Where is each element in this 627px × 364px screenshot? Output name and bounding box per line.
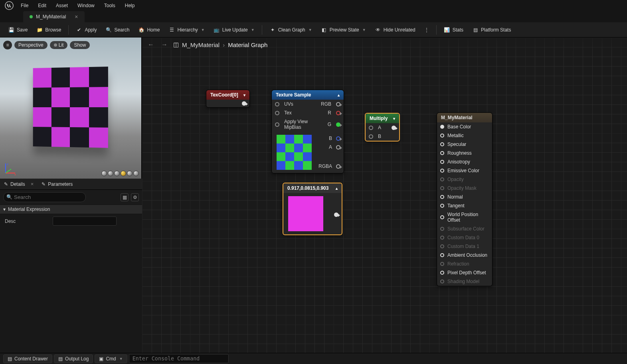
input-pin[interactable] [440,215,444,219]
tab-parameters[interactable]: ✎Parameters [38,179,77,189]
input-pin[interactable] [440,125,444,129]
nav-forward-button[interactable]: → [160,40,169,49]
chevron-down-icon: ▼ [201,28,205,32]
tab-material[interactable]: M_MyMaterial × [23,11,85,22]
result-pin-metallic[interactable]: Metallic [437,131,492,140]
node-texcoord[interactable]: TexCoord[0]▾ [206,90,250,108]
output-pin[interactable] [392,126,396,130]
result-pin-roughness[interactable]: Roughness [437,149,492,157]
input-pin[interactable] [440,169,444,173]
input-pin[interactable] [440,195,444,199]
output-log-button[interactable]: ▤Output Log [54,354,93,363]
cmd-button[interactable]: ▣Cmd▼ [95,354,127,363]
result-pin-shading-model: Shading Model [437,277,492,286]
menu-asset[interactable]: Asset [51,1,73,10]
shape-plane-button[interactable] [114,171,120,176]
settings-button[interactable]: ⚙ [131,193,139,201]
apply-button[interactable]: ✔Apply [72,25,101,35]
app-logo[interactable] [3,1,15,10]
preview-viewport[interactable]: ≡ Perspective Lit Show zx [0,37,142,179]
result-pin-pixel-depth-offset[interactable]: Pixel Depth Offset [437,268,492,277]
menu-window[interactable]: Window [73,1,99,10]
output-pin-rgb[interactable] [336,102,340,106]
shape-cylinder-button[interactable] [101,171,107,176]
result-pin-anisotropy[interactable]: Anisotropy [437,157,492,166]
input-pin-mipbias[interactable] [275,122,279,127]
input-pin-tex[interactable] [275,111,279,115]
clean-graph-button[interactable]: ✦Clean Graph▼ [265,25,316,35]
chevron-right-icon: › [223,41,225,48]
menu-tools[interactable]: Tools [99,1,120,10]
shape-cube-button[interactable] [121,171,126,176]
result-pin-world-position-offset[interactable]: World Position Offset [437,210,492,224]
save-button[interactable]: 💾Save [4,25,32,35]
view-options-button[interactable]: ▦ [121,193,129,201]
breadcrumb-root[interactable]: M_MyMaterial [182,41,220,48]
platform-stats-button[interactable]: ▤Platform Stats [468,25,515,35]
output-pin-b[interactable] [336,136,340,141]
more-button[interactable]: ⋮ [420,26,433,34]
details-search-input[interactable] [3,192,86,202]
viewmode-show-button[interactable]: Show [70,41,90,49]
menu-file[interactable]: File [16,1,33,10]
shape-sphere-button[interactable] [108,171,113,176]
output-pin[interactable] [242,101,246,106]
home-button[interactable]: 🏠Home [134,25,164,35]
live-update-button[interactable]: 📺Live Update▼ [210,25,259,35]
input-pin[interactable] [440,142,444,146]
shape-teapot-button[interactable] [133,171,139,176]
hierarchy-button[interactable]: ☰Hierarchy▼ [164,25,208,35]
result-pin-ambient-occlusion[interactable]: Ambient Occlusion [437,251,492,260]
input-pin-uvs[interactable] [275,102,279,106]
chevron-down-icon[interactable]: ▾ [393,116,395,121]
output-pin-r[interactable] [336,111,340,115]
material-graph[interactable]: ← → ◫ M_MyMaterial › Material Graph TexC… [142,37,627,353]
result-pin-base-color[interactable]: Base Color [437,122,492,131]
hide-unrelated-button[interactable]: 👁Hide Unrelated [371,25,419,35]
node-multiply[interactable]: Multiply▾ A B [365,113,400,142]
input-pin-a[interactable] [369,126,373,130]
shape-custom-button[interactable] [127,171,133,176]
property-desc-input[interactable] [53,216,117,226]
output-pin-a[interactable] [336,145,340,150]
stats-button[interactable]: 📊Stats [440,25,467,35]
section-material-expression[interactable]: ▾Material Expression [0,205,142,214]
input-pin-b[interactable] [369,134,373,139]
console-command-input[interactable] [129,354,229,363]
nav-back-button[interactable]: ← [146,40,156,49]
input-pin[interactable] [440,271,444,275]
browse-button[interactable]: 📁Browse [32,25,65,35]
tab-details[interactable]: ✎Details× [0,179,38,189]
menu-help[interactable]: Help [120,1,140,10]
input-pin[interactable] [440,160,444,164]
content-drawer-button[interactable]: ▤Content Drawer [3,354,52,363]
close-icon[interactable]: × [31,181,34,187]
result-pin-normal[interactable]: Normal [437,193,492,201]
input-pin[interactable] [440,151,444,155]
result-pin-emissive-color[interactable]: Emissive Color [437,166,492,175]
result-pin-specular[interactable]: Specular [437,140,492,149]
input-pin[interactable] [440,253,444,257]
node-constant-vector[interactable]: 0.917,0.0815,0.903▴ [283,183,342,235]
node-texture-sample[interactable]: Texture Sample▴ UVsRGB TexR Apply View M… [271,90,344,173]
output-pin-rgba[interactable] [336,164,340,169]
breadcrumb-leaf[interactable]: Material Graph [228,41,267,48]
search-button[interactable]: 🔍Search [101,25,133,35]
result-pin-opacity-mask: Opacity Mask [437,184,492,193]
output-pin[interactable] [334,212,338,217]
node-material-result[interactable]: M_MyMaterial Base ColorMetallicSpecularR… [437,112,493,286]
close-icon[interactable]: × [75,14,78,20]
viewmode-lit-button[interactable]: Lit [50,41,68,49]
input-pin[interactable] [440,134,444,138]
collapse-icon[interactable]: ▴ [338,93,340,97]
viewmode-perspective-button[interactable]: Perspective [14,41,47,49]
chevron-down-icon[interactable]: ▾ [243,93,245,97]
output-pin-g[interactable] [336,122,340,127]
collapse-icon[interactable]: ▴ [336,186,338,191]
color-swatch[interactable] [288,196,323,231]
preview-state-button[interactable]: ◧Preview State▼ [317,25,370,35]
result-pin-tangent[interactable]: Tangent [437,201,492,210]
menu-edit[interactable]: Edit [33,1,51,10]
viewport-menu-button[interactable]: ≡ [3,41,12,49]
input-pin[interactable] [440,204,444,208]
